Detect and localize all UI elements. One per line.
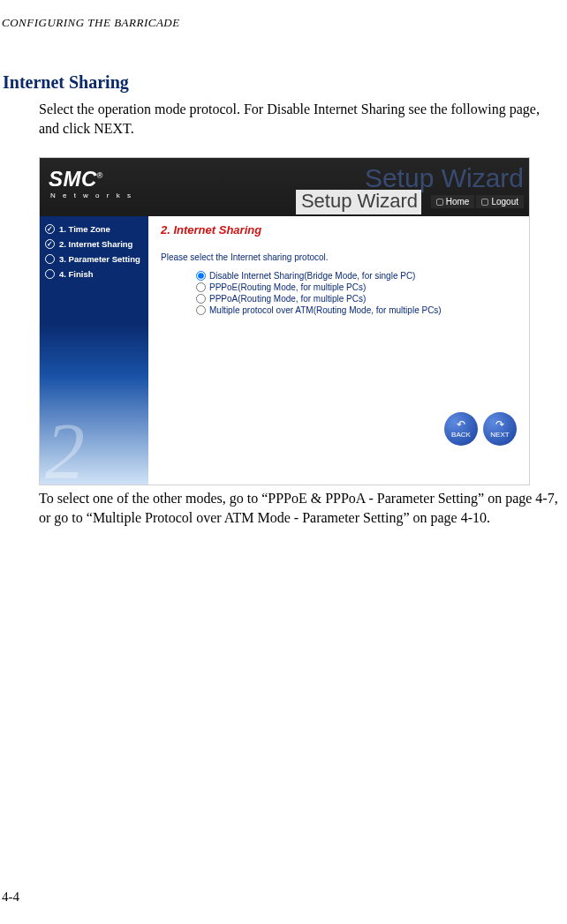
sidebar-item-finish[interactable]: 4. Finish [40, 267, 148, 282]
logo-registered: ® [97, 171, 103, 180]
protocol-options: Disable Internet Sharing(Bridge Mode, fo… [196, 271, 518, 315]
sidebar-step-number: 2 [45, 424, 85, 479]
option-atm[interactable]: Multiple protocol over ATM(Routing Mode,… [196, 305, 518, 315]
screenshot-header: SMC® N e t w o r k s Setup Wizard Setup … [40, 158, 529, 216]
arrow-right-icon: ↷ [495, 419, 504, 430]
setup-wizard-screenshot: SMC® N e t w o r k s Setup Wizard Setup … [39, 157, 530, 485]
outro-paragraph: To select one of the other modes, go to … [39, 489, 563, 527]
radio-input[interactable] [196, 271, 206, 281]
logout-label: Logout [491, 197, 518, 207]
check-icon: ✓ [45, 239, 55, 249]
circle-icon [45, 269, 55, 279]
sidebar-item-label: 4. Finish [59, 269, 94, 279]
circle-icon [45, 254, 55, 264]
radio-input[interactable] [196, 305, 206, 315]
option-pppoa[interactable]: PPPoA(Routing Mode, for multiple PCs) [196, 294, 518, 304]
smc-logo: SMC® [49, 167, 103, 192]
home-icon [436, 199, 443, 206]
nav-buttons: ↶ BACK ↷ NEXT [444, 412, 517, 446]
option-label: Multiple protocol over ATM(Routing Mode,… [209, 305, 442, 315]
back-label: BACK [451, 431, 471, 439]
sidebar-item-parameter[interactable]: 3. Parameter Setting [40, 252, 148, 267]
home-label: Home [446, 197, 470, 207]
logo-subtext: N e t w o r k s [50, 192, 133, 199]
page-number: 4-4 [2, 890, 19, 905]
wizard-main: 2. Internet Sharing Please select the In… [148, 216, 529, 485]
sidebar-item-label: 3. Parameter Setting [59, 254, 140, 264]
intro-paragraph: Select the operation mode protocol. For … [39, 100, 563, 138]
sidebar-item-internet-sharing[interactable]: ✓ 2. Internet Sharing [40, 237, 148, 252]
sidebar-item-label: 1. Time Zone [59, 224, 110, 234]
header-links: Home Logout [431, 195, 524, 208]
logout-link[interactable]: Logout [476, 195, 524, 208]
sidebar-item-timezone[interactable]: ✓ 1. Time Zone [40, 222, 148, 237]
arrow-left-icon: ↶ [457, 419, 465, 430]
logout-icon [481, 199, 488, 206]
setup-wizard-watermark: Setup Wizard [365, 163, 524, 193]
step-title: 2. Internet Sharing [161, 223, 518, 237]
option-label: Disable Internet Sharing(Bridge Mode, fo… [209, 271, 415, 281]
next-button[interactable]: ↷ NEXT [483, 412, 517, 446]
setup-wizard-title: Setup Wizard [296, 190, 421, 214]
option-label: PPPoA(Routing Mode, for multiple PCs) [209, 294, 366, 304]
option-pppoe[interactable]: PPPoE(Routing Mode, for multiple PCs) [196, 282, 518, 292]
step-instruction: Please select the Internet sharing proto… [161, 252, 518, 262]
logo-text: SMC [49, 167, 97, 191]
radio-input[interactable] [196, 294, 206, 304]
next-label: NEXT [490, 431, 509, 439]
option-label: PPPoE(Routing Mode, for multiple PCs) [209, 282, 366, 292]
home-link[interactable]: Home [431, 195, 475, 208]
screenshot-body: ✓ 1. Time Zone ✓ 2. Internet Sharing 3. … [40, 216, 529, 485]
check-icon: ✓ [45, 224, 55, 234]
sidebar-item-label: 2. Internet Sharing [59, 239, 132, 249]
back-button[interactable]: ↶ BACK [444, 412, 478, 446]
wizard-sidebar: ✓ 1. Time Zone ✓ 2. Internet Sharing 3. … [40, 216, 148, 485]
running-head: CONFIGURING THE BARRICADE [0, 16, 567, 30]
radio-input[interactable] [196, 282, 206, 292]
section-title: Internet Sharing [3, 72, 567, 93]
option-disable-sharing[interactable]: Disable Internet Sharing(Bridge Mode, fo… [196, 271, 518, 281]
